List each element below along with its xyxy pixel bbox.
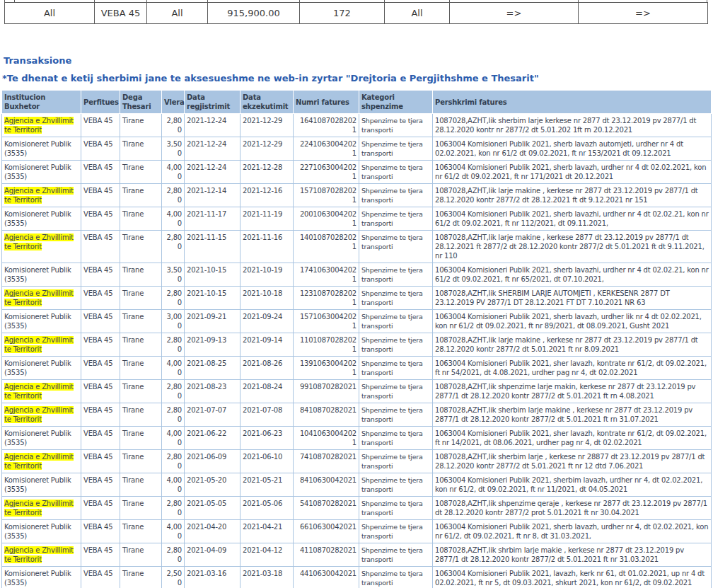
cell-data-ekzekutimit: 2021-05-06 bbox=[240, 497, 294, 520]
cell-institucion: Komisioneret Publik (3535) bbox=[2, 473, 81, 497]
summary-arrow-link-2[interactable]: => bbox=[579, 3, 708, 24]
cell-data-regjistrimit: 2021-11-17 bbox=[185, 207, 240, 231]
summary-branch-filter: All bbox=[147, 3, 208, 24]
cell-vlera: 2,800 bbox=[162, 403, 185, 427]
cell-data-ekzekutimit: 2021-10-18 bbox=[240, 287, 294, 310]
cell-kategori: Shpenzime te tjera transporti bbox=[359, 427, 433, 450]
cell-pershkrimi: 1063004 Komisioneri Publik 2021, sherb l… bbox=[433, 263, 712, 287]
cell-dega-thesari: Tirane bbox=[120, 263, 162, 287]
cell-data-ekzekutimit: 2021-12-29 bbox=[240, 137, 294, 161]
cell-pershkrimi: 1087028,AZHT,lik sherbim larje , kerkese… bbox=[433, 450, 712, 473]
cell-vlera: 2,800 bbox=[162, 497, 185, 520]
cell-kategori: Shpenzime te tjera transporti bbox=[359, 161, 433, 184]
table-row: Komisioneret Publik (3535) VEBA 45 Tiran… bbox=[2, 567, 712, 588]
cell-kategori: Shpenzime te tjera transporti bbox=[359, 287, 433, 310]
transactions-tbody: Agjencia e Zhvillimit te Territorit VEBA… bbox=[2, 114, 712, 588]
page-title: Transaksione bbox=[4, 55, 713, 66]
institution-name: Agjencia e Zhvillimit te Territorit bbox=[4, 234, 74, 250]
institution-name: Komisioneret Publik (3535) bbox=[4, 163, 71, 180]
cell-numri-fatures: 17410630042021 bbox=[294, 263, 359, 287]
cell-institucion: Agjencia e Zhvillimit te Territorit bbox=[2, 450, 81, 473]
cell-numri-fatures: 5410870282021 bbox=[294, 497, 359, 520]
table-row: Komisioneret Publik (3535) VEBA 45 Tiran… bbox=[2, 520, 712, 543]
table-row: Agjencia e Zhvillimit te Territorit VEBA… bbox=[2, 287, 712, 310]
table-row: Agjencia e Zhvillimit te Territorit VEBA… bbox=[2, 333, 712, 357]
cell-vlera: 4,000 bbox=[162, 427, 185, 450]
cell-vlera: 2,800 bbox=[162, 114, 185, 137]
cell-institucion: Agjencia e Zhvillimit te Territorit bbox=[2, 184, 81, 207]
summary-institution-filter: All bbox=[5, 3, 95, 24]
cell-data-regjistrimit: 2021-05-05 bbox=[185, 497, 240, 520]
cell-data-ekzekutimit: 2021-07-08 bbox=[240, 403, 294, 427]
cell-dega-thesari: Tirane bbox=[120, 207, 162, 231]
cell-data-regjistrimit: 2021-06-22 bbox=[185, 427, 240, 450]
summary-record-count: 172 bbox=[300, 3, 385, 24]
table-row: Komisioneret Publik (3535) VEBA 45 Tiran… bbox=[2, 161, 712, 184]
cell-vlera: 2,800 bbox=[162, 450, 185, 473]
cell-vlera: 2,800 bbox=[162, 543, 185, 567]
cell-numri-fatures: 22710630042021 bbox=[294, 161, 359, 184]
cell-pershkrimi: 1087028,AZHT,lik SHERBIM LARJE AUTOMJETI… bbox=[433, 287, 712, 310]
cell-pershkrimi: 1087028,AZHT,lik sherbim larje kerkese n… bbox=[433, 114, 712, 137]
cell-pershkrimi: 1087028,AZHT,lik larje makine , kerkese … bbox=[433, 184, 712, 207]
cell-data-regjistrimit: 2021-09-13 bbox=[185, 333, 240, 357]
cell-institucion: Komisioneret Publik (3535) bbox=[2, 520, 81, 543]
treasury-note: *Te dhenat e ketij sherbimi jane te akse… bbox=[2, 73, 713, 83]
cell-kategori: Shpenzime te tjera transporti bbox=[359, 450, 433, 473]
cell-numri-fatures: 10410630042021 bbox=[294, 427, 359, 450]
col-header-vlera: Vlera bbox=[162, 91, 185, 114]
cell-kategori: Shpenzime te tjera transporti bbox=[359, 403, 433, 427]
cell-data-regjistrimit: 2021-10-15 bbox=[185, 287, 240, 310]
institution-name: Agjencia e Zhvillimit te Territorit bbox=[4, 546, 74, 563]
institution-name: Komisioneret Publik (3535) bbox=[4, 266, 71, 283]
cell-kategori: Shpenzime te tjera transporti bbox=[359, 231, 433, 263]
table-row: Agjencia e Zhvillimit te Territorit VEBA… bbox=[2, 543, 712, 567]
cell-perfitues: VEBA 45 bbox=[81, 473, 120, 497]
cell-perfitues: VEBA 45 bbox=[81, 161, 120, 184]
cell-dega-thesari: Tirane bbox=[120, 520, 162, 543]
cell-numri-fatures: 8410870282021 bbox=[294, 403, 359, 427]
cell-numri-fatures: 4410630042021 bbox=[294, 567, 359, 588]
cell-data-regjistrimit: 2021-08-23 bbox=[185, 380, 240, 403]
cell-vlera: 4,000 bbox=[162, 520, 185, 543]
cell-perfitues: VEBA 45 bbox=[81, 310, 120, 333]
cell-data-ekzekutimit: 2021-05-21 bbox=[240, 473, 294, 497]
cell-institucion: Agjencia e Zhvillimit te Territorit bbox=[2, 231, 81, 263]
cell-numri-fatures: 15710630042021 bbox=[294, 310, 359, 333]
cell-data-regjistrimit: 2021-03-16 bbox=[185, 567, 240, 588]
table-row: Agjencia e Zhvillimit te Territorit VEBA… bbox=[2, 380, 712, 403]
cell-kategori: Shpenzime te tjera transporti bbox=[359, 207, 433, 231]
summary-arrow-link-1[interactable]: => bbox=[450, 3, 579, 24]
cell-vlera: 3,500 bbox=[162, 137, 185, 161]
cell-institucion: Komisioneret Publik (3535) bbox=[2, 207, 81, 231]
cell-vlera: 2,800 bbox=[162, 287, 185, 310]
institution-name: Komisioneret Publik (3535) bbox=[4, 523, 71, 540]
table-row: Komisioneret Publik (3535) VEBA 45 Tiran… bbox=[2, 357, 712, 380]
table-row: Agjencia e Zhvillimit te Territorit VEBA… bbox=[2, 450, 712, 473]
cell-numri-fatures: 15710870282021 bbox=[294, 184, 359, 207]
cell-vlera: 2,800 bbox=[162, 380, 185, 403]
cell-perfitues: VEBA 45 bbox=[81, 184, 120, 207]
cell-institucion: Komisioneret Publik (3535) bbox=[2, 567, 81, 588]
col-header-data-ekzekutimit: Data ekzekutimit bbox=[240, 91, 294, 114]
institution-name: Komisioneret Publik (3535) bbox=[4, 210, 71, 227]
col-header-dega-thesari: Dega Thesari bbox=[120, 91, 162, 114]
col-header-institucion: Institucion Buxhetor bbox=[2, 91, 81, 114]
cell-data-regjistrimit: 2021-11-15 bbox=[185, 231, 240, 263]
summary-table: All VEBA 45 All 915,900.00 172 All => => bbox=[4, 2, 708, 24]
cell-numri-fatures: 8410630042021 bbox=[294, 473, 359, 497]
cell-institucion: Komisioneret Publik (3535) bbox=[2, 310, 81, 333]
cell-vlera: 4,000 bbox=[162, 207, 185, 231]
table-row: Agjencia e Zhvillimit te Territorit VEBA… bbox=[2, 497, 712, 520]
cell-vlera: 4,000 bbox=[162, 161, 185, 184]
cell-kategori: Shpenzime te tjera transporti bbox=[359, 333, 433, 357]
col-header-numri-fatures: Numri fatures bbox=[294, 91, 359, 114]
cell-numri-fatures: 13910630042021 bbox=[294, 357, 359, 380]
cell-dega-thesari: Tirane bbox=[120, 137, 162, 161]
institution-name: Agjencia e Zhvillimit te Territorit bbox=[4, 117, 74, 134]
cell-numri-fatures: 22410630042021 bbox=[294, 137, 359, 161]
table-row: Komisioneret Publik (3535) VEBA 45 Tiran… bbox=[2, 263, 712, 287]
table-row: Komisioneret Publik (3535) VEBA 45 Tiran… bbox=[2, 207, 712, 231]
cell-dega-thesari: Tirane bbox=[120, 333, 162, 357]
cell-data-ekzekutimit: 2021-09-24 bbox=[240, 310, 294, 333]
